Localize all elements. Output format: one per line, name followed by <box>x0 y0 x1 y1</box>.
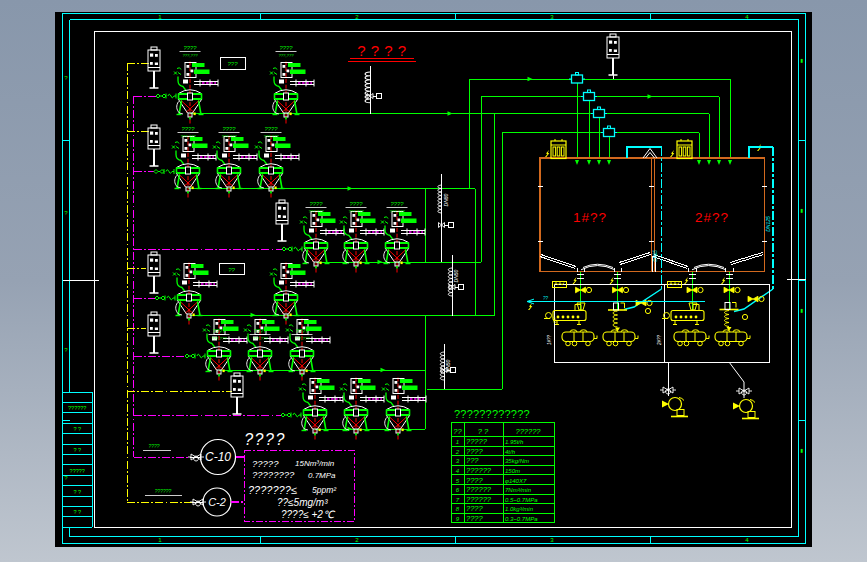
svg-text:??≤5mg/m³: ??≤5mg/m³ <box>277 497 328 508</box>
svg-text:??????: ?????? <box>466 495 492 504</box>
svg-text:????: ???? <box>466 504 484 513</box>
svg-text:??: ?? <box>543 296 549 301</box>
svg-text:????????????: ???????????? <box>454 408 530 420</box>
svg-text:? ?: ? ? <box>73 509 81 515</box>
svg-text:??: ?? <box>228 267 235 273</box>
svg-text:?????: ????? <box>466 437 488 446</box>
svg-text:DN65: DN65 <box>653 250 658 262</box>
svg-text:15Nm³/min: 15Nm³/min <box>295 459 335 468</box>
svg-text:????????: ???????? <box>252 469 295 480</box>
svg-text:??????: ?????? <box>68 405 86 411</box>
svg-text:150m: 150m <box>505 468 520 474</box>
svg-text:0.7MPa: 0.7MPa <box>308 471 336 480</box>
svg-text:? ?: ? ? <box>478 427 489 436</box>
svg-text:0.5~0.7MPa: 0.5~0.7MPa <box>505 497 538 503</box>
svg-text:▮: ▮ <box>801 447 804 453</box>
svg-text:DN125: DN125 <box>765 216 771 232</box>
svg-text:? ?: ? ? <box>73 447 81 453</box>
svg-text:? ?: ? ? <box>73 489 81 495</box>
svg-text:1#??: 1#?? <box>573 210 607 225</box>
svg-text:1.95t/h: 1.95t/h <box>505 439 524 445</box>
svg-text:????: ???? <box>466 514 484 523</box>
svg-text:▮: ▮ <box>801 57 804 63</box>
svg-text:??????: ?????? <box>515 427 541 436</box>
svg-text:DN50: DN50 <box>453 269 459 282</box>
svg-text:???: ??? <box>466 456 479 465</box>
svg-text:1#?: 1#? <box>552 316 557 323</box>
svg-text:▮: ▮ <box>801 207 804 213</box>
svg-text:1#??: 1#?? <box>547 334 552 345</box>
svg-text:????: ???? <box>244 431 286 448</box>
svg-text:▮: ▮ <box>801 307 804 313</box>
svg-text:? ? ? ?: ? ? ? ? <box>357 42 406 59</box>
svg-text:7Nm³/min: 7Nm³/min <box>505 487 532 493</box>
svg-text:0.3~0.7MPa: 0.3~0.7MPa <box>505 516 538 522</box>
svg-text:?????: ????? <box>252 458 279 469</box>
svg-text:????≤ +2℃: ????≤ +2℃ <box>281 509 336 520</box>
svg-text:??????: ?????? <box>466 466 492 475</box>
svg-text:DN80: DN80 <box>443 193 449 206</box>
svg-text:C-10: C-10 <box>205 450 231 464</box>
svg-text:????: ???? <box>466 447 484 456</box>
svg-text:????: ???? <box>466 476 484 485</box>
svg-text:2#??: 2#?? <box>657 334 662 346</box>
svg-text:??????: ?????? <box>155 488 172 494</box>
svg-text:C-2: C-2 <box>208 496 226 508</box>
svg-text:?????: ????? <box>70 468 85 474</box>
svg-text:???: ??? <box>227 61 238 67</box>
svg-text:φ140X7: φ140X7 <box>505 478 527 484</box>
svg-text:5ppm²: 5ppm² <box>312 485 337 495</box>
svg-text:? ?: ? ? <box>73 426 81 432</box>
svg-text:DN50: DN50 <box>445 359 451 372</box>
svg-text:2: 2 <box>455 449 460 455</box>
svg-text:???????≤: ???????≤ <box>248 484 297 496</box>
svg-text:??: ?? <box>453 427 462 436</box>
svg-text:????: ???? <box>148 443 159 449</box>
svg-text:??????: ?????? <box>466 485 492 494</box>
svg-text:1.0kg³/min: 1.0kg³/min <box>505 506 534 512</box>
svg-text:2#??: 2#?? <box>695 210 729 225</box>
svg-text:35kg/Nm: 35kg/Nm <box>505 458 529 464</box>
svg-text:1: 1 <box>456 439 459 445</box>
svg-text:4t/h: 4t/h <box>505 449 516 455</box>
